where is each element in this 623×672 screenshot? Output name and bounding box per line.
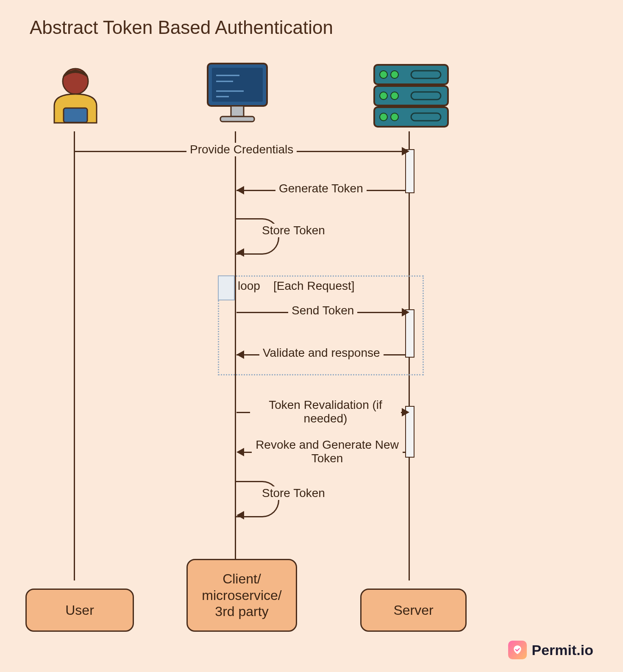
svg-point-18 [391,113,398,121]
actor-client: Client/ microservice/ 3rd party [186,559,297,632]
activation-server-1 [405,149,414,193]
svg-point-16 [391,92,398,100]
svg-point-13 [380,71,387,78]
actor-user: User [25,589,134,632]
label-revoke: Revoke and Generate New Token [252,438,403,465]
lifeline-user [74,131,75,580]
label-validate-response: Validate and response [259,346,384,360]
label-send-token: Send Token [288,304,357,317]
svg-point-15 [380,92,387,100]
arrowhead-token-revalidation [402,408,409,417]
client-monitor-icon [203,59,271,131]
loop-keyword: loop [238,279,260,292]
arrowhead-store-token-2 [236,511,244,519]
svg-rect-1 [64,108,87,122]
arrowhead-revoke [236,448,244,456]
diagram-title: Abstract Token Based Authentication [30,17,333,38]
loop-label: loop [Each Request] [238,279,355,293]
server-icon [371,61,451,131]
svg-point-17 [380,113,387,121]
arrowhead-validate-response [236,350,244,359]
label-provide-credentials: Provide Credentials [186,143,297,156]
brand-badge-icon [508,641,527,659]
svg-point-14 [391,71,398,78]
label-store-token-2: Store Token [259,486,328,500]
actor-server: Server [360,589,467,632]
label-token-revalidation: Token Revalidation (if needed) [250,398,401,425]
loop-condition: [Each Request] [273,279,354,292]
label-store-token-1: Store Token [259,224,328,237]
svg-rect-8 [231,106,244,117]
brand-text: Permit.io [532,642,593,658]
loop-fragment: loop [Each Request] [218,275,424,375]
arrowhead-send-token [402,308,409,317]
arrowhead-provide-credentials [402,147,409,156]
loop-tab [218,275,235,300]
brand-logo: Permit.io [508,641,593,659]
user-icon [42,64,109,131]
arrowhead-store-token-1 [236,248,244,257]
svg-rect-9 [220,117,254,122]
arrowhead-generate-token [236,186,244,194]
label-generate-token: Generate Token [275,182,367,195]
